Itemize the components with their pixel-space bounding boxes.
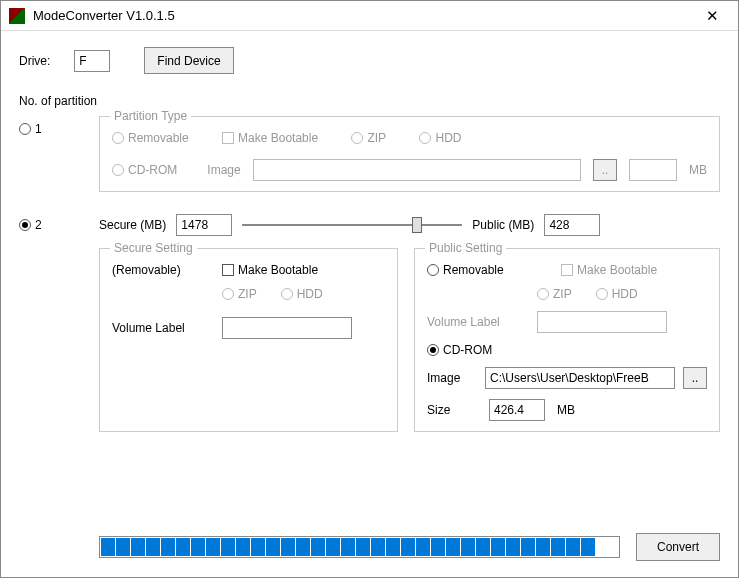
partition-type-legend: Partition Type — [110, 109, 191, 123]
window: ModeConverter V1.0.1.5 ✕ Drive: F Find D… — [0, 0, 739, 578]
public-image-path[interactable]: C:\Users\User\Desktop\FreeB — [485, 367, 675, 389]
secure-setting-legend: Secure Setting — [110, 241, 197, 255]
find-device-button[interactable]: Find Device — [144, 47, 233, 74]
public-size-value[interactable]: 426.4 — [489, 399, 545, 421]
pt-zip-radio — [351, 132, 363, 144]
public-size-label: Size — [427, 403, 477, 417]
secure-removable-note: (Removable) — [112, 263, 222, 277]
partition-radio-1[interactable] — [19, 123, 31, 135]
public-setting-legend: Public Setting — [425, 241, 506, 255]
drive-value[interactable]: F — [74, 50, 110, 72]
pt-removable-label: Removable — [128, 131, 189, 145]
secure-hdd-label: HDD — [297, 287, 323, 301]
public-hdd-label: HDD — [612, 287, 638, 301]
secure-zip-radio — [222, 288, 234, 300]
pt-cdrom-radio — [112, 164, 124, 176]
pt-zip-label: ZIP — [367, 131, 386, 145]
public-hdd-radio — [596, 288, 608, 300]
partition-radio-2-label: 2 — [35, 218, 42, 232]
public-zip-label: ZIP — [553, 287, 572, 301]
pt-make-bootable-label: Make Bootable — [238, 131, 318, 145]
pt-hdd-radio — [419, 132, 431, 144]
secure-hdd-radio — [281, 288, 293, 300]
pt-browse-button: .. — [593, 159, 617, 181]
partition-section-label: No. of partition — [19, 94, 720, 108]
pt-make-bootable-check — [222, 132, 234, 144]
public-mb-label: MB — [557, 403, 575, 417]
public-label: Public (MB) — [472, 218, 534, 232]
secure-volume-input[interactable] — [222, 317, 352, 339]
public-setting-group: Public Setting Removable Make Bootable Z… — [414, 248, 720, 432]
public-browse-button[interactable]: .. — [683, 367, 707, 389]
app-icon — [9, 8, 25, 24]
public-make-bootable-check — [561, 264, 573, 276]
size-slider[interactable] — [242, 214, 462, 236]
public-volume-input — [537, 311, 667, 333]
public-volume-label: Volume Label — [427, 315, 537, 329]
partition-radio-2[interactable] — [19, 219, 31, 231]
body: Drive: F Find Device No. of partition 1 … — [1, 31, 738, 577]
secure-setting-group: Secure Setting (Removable) Make Bootable… — [99, 248, 398, 432]
window-title: ModeConverter V1.0.1.5 — [33, 8, 692, 23]
public-zip-radio — [537, 288, 549, 300]
secure-make-bootable-check[interactable] — [222, 264, 234, 276]
pt-image-label: Image — [207, 163, 240, 177]
drive-label: Drive: — [19, 54, 50, 68]
progress-bar — [99, 536, 620, 558]
pt-hdd-label: HDD — [435, 131, 461, 145]
pt-mb-label: MB — [689, 163, 707, 177]
secure-zip-label: ZIP — [238, 287, 257, 301]
close-icon[interactable]: ✕ — [692, 2, 732, 30]
public-cdrom-radio[interactable] — [427, 344, 439, 356]
public-removable-radio[interactable] — [427, 264, 439, 276]
public-removable-label: Removable — [443, 263, 504, 277]
secure-value[interactable]: 1478 — [176, 214, 232, 236]
pt-image-path — [253, 159, 581, 181]
public-make-bootable-label: Make Bootable — [577, 263, 657, 277]
pt-size — [629, 159, 677, 181]
secure-make-bootable-label: Make Bootable — [238, 263, 318, 277]
pt-removable-radio — [112, 132, 124, 144]
partition-type-group: Partition Type Removable Make Bootable Z… — [99, 116, 720, 192]
public-cdrom-label: CD-ROM — [443, 343, 492, 357]
secure-label: Secure (MB) — [99, 218, 166, 232]
titlebar: ModeConverter V1.0.1.5 ✕ — [1, 1, 738, 31]
partition-radio-1-label: 1 — [35, 122, 42, 136]
pt-cdrom-label: CD-ROM — [128, 163, 177, 177]
public-value[interactable]: 428 — [544, 214, 600, 236]
secure-volume-label: Volume Label — [112, 321, 222, 335]
public-image-label: Image — [427, 371, 477, 385]
convert-button[interactable]: Convert — [636, 533, 720, 561]
